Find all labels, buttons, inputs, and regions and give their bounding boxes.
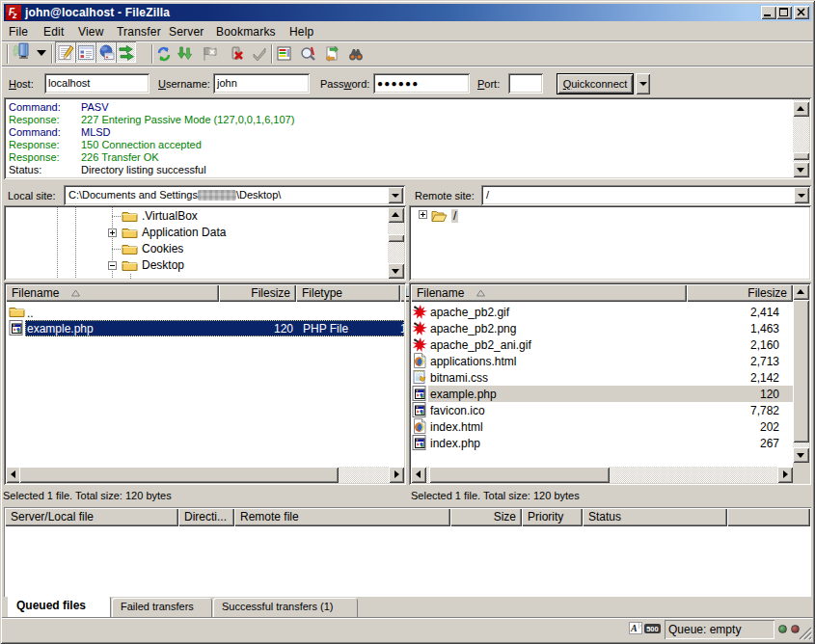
svg-text:A: A [630,623,638,633]
svg-text:500: 500 [646,625,659,633]
